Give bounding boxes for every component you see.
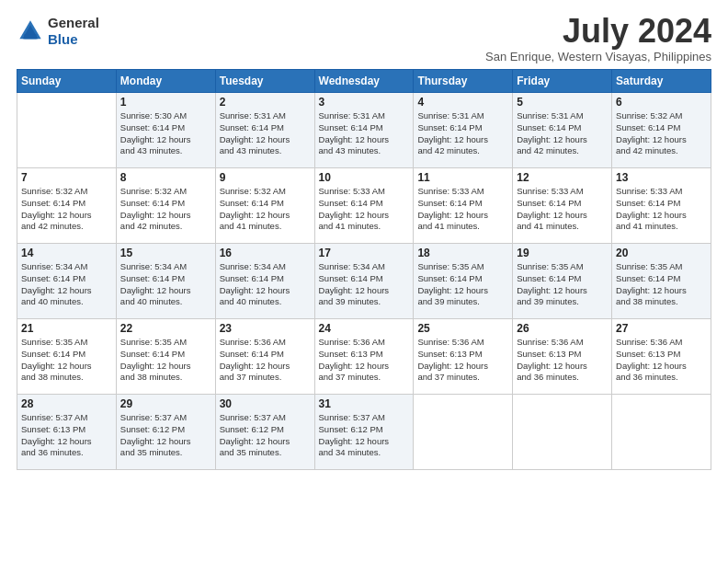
weekday-header-monday: Monday	[116, 70, 215, 93]
day-number: 23	[220, 322, 311, 335]
day-info: Sunrise: 5:35 AMSunset: 6:14 PMDaylight:…	[616, 261, 707, 308]
calendar-cell: 2Sunrise: 5:31 AMSunset: 6:14 PMDaylight…	[215, 93, 314, 168]
weekday-header-wednesday: Wednesday	[314, 70, 414, 93]
day-info: Sunrise: 5:37 AMSunset: 6:12 PMDaylight:…	[120, 412, 211, 459]
day-info: Sunrise: 5:33 AMSunset: 6:14 PMDaylight:…	[517, 186, 608, 233]
day-info: Sunrise: 5:37 AMSunset: 6:12 PMDaylight:…	[220, 412, 311, 459]
calendar-cell: 18Sunrise: 5:35 AMSunset: 6:14 PMDayligh…	[414, 244, 513, 319]
day-number: 9	[220, 171, 311, 184]
header: General Blue July 2024 San Enrique, West…	[17, 15, 711, 63]
day-number: 8	[120, 171, 211, 184]
weekday-header-thursday: Thursday	[414, 70, 513, 93]
day-number: 6	[616, 96, 707, 109]
calendar-cell: 22Sunrise: 5:35 AMSunset: 6:14 PMDayligh…	[116, 319, 215, 395]
calendar-cell: 4Sunrise: 5:31 AMSunset: 6:14 PMDaylight…	[414, 93, 513, 168]
calendar-cell: 16Sunrise: 5:34 AMSunset: 6:14 PMDayligh…	[215, 244, 314, 319]
day-number: 24	[319, 322, 410, 335]
day-info: Sunrise: 5:32 AMSunset: 6:14 PMDaylight:…	[220, 186, 311, 233]
weekday-header-tuesday: Tuesday	[215, 70, 314, 93]
day-info: Sunrise: 5:34 AMSunset: 6:14 PMDaylight:…	[21, 261, 112, 308]
day-info: Sunrise: 5:33 AMSunset: 6:14 PMDaylight:…	[319, 186, 410, 233]
day-info: Sunrise: 5:30 AMSunset: 6:14 PMDaylight:…	[120, 110, 211, 157]
weekday-header-friday: Friday	[513, 70, 612, 93]
day-number: 26	[517, 322, 608, 335]
calendar-cell	[17, 93, 117, 168]
day-info: Sunrise: 5:33 AMSunset: 6:14 PMDaylight:…	[616, 186, 707, 233]
day-number: 4	[417, 96, 508, 109]
calendar-week-row: 7Sunrise: 5:32 AMSunset: 6:14 PMDaylight…	[17, 168, 711, 244]
day-number: 16	[220, 247, 311, 259]
day-number: 28	[21, 397, 112, 410]
calendar-cell: 29Sunrise: 5:37 AMSunset: 6:12 PMDayligh…	[116, 395, 215, 470]
calendar-cell	[414, 395, 513, 470]
day-number: 15	[120, 247, 211, 259]
page: General Blue July 2024 San Enrique, West…	[0, 0, 728, 563]
calendar-cell: 12Sunrise: 5:33 AMSunset: 6:14 PMDayligh…	[513, 168, 612, 244]
calendar-week-row: 14Sunrise: 5:34 AMSunset: 6:14 PMDayligh…	[17, 244, 711, 319]
calendar-cell	[513, 395, 612, 470]
calendar-cell: 15Sunrise: 5:34 AMSunset: 6:14 PMDayligh…	[116, 244, 215, 319]
day-number: 3	[319, 96, 410, 109]
calendar-cell: 7Sunrise: 5:32 AMSunset: 6:14 PMDaylight…	[17, 168, 117, 244]
day-info: Sunrise: 5:34 AMSunset: 6:14 PMDaylight:…	[220, 261, 311, 308]
calendar-cell: 19Sunrise: 5:35 AMSunset: 6:14 PMDayligh…	[513, 244, 612, 319]
calendar-cell: 11Sunrise: 5:33 AMSunset: 6:14 PMDayligh…	[414, 168, 513, 244]
weekday-header-sunday: Sunday	[17, 70, 117, 93]
day-number: 27	[616, 322, 707, 335]
title-block: July 2024 San Enrique, Western Visayas, …	[485, 15, 711, 63]
day-number: 1	[120, 96, 211, 109]
calendar-cell: 20Sunrise: 5:35 AMSunset: 6:14 PMDayligh…	[612, 244, 711, 319]
calendar-cell: 23Sunrise: 5:36 AMSunset: 6:14 PMDayligh…	[215, 319, 314, 395]
calendar-week-row: 1Sunrise: 5:30 AMSunset: 6:14 PMDaylight…	[17, 93, 711, 168]
calendar-cell: 14Sunrise: 5:34 AMSunset: 6:14 PMDayligh…	[17, 244, 117, 319]
day-info: Sunrise: 5:35 AMSunset: 6:14 PMDaylight:…	[21, 337, 112, 384]
calendar-cell: 8Sunrise: 5:32 AMSunset: 6:14 PMDaylight…	[116, 168, 215, 244]
calendar-cell: 13Sunrise: 5:33 AMSunset: 6:14 PMDayligh…	[612, 168, 711, 244]
day-number: 29	[120, 397, 211, 410]
day-info: Sunrise: 5:32 AMSunset: 6:14 PMDaylight:…	[120, 186, 211, 233]
day-info: Sunrise: 5:32 AMSunset: 6:14 PMDaylight:…	[616, 110, 707, 157]
calendar-week-row: 21Sunrise: 5:35 AMSunset: 6:14 PMDayligh…	[17, 319, 711, 395]
day-info: Sunrise: 5:37 AMSunset: 6:12 PMDaylight:…	[319, 412, 410, 459]
day-number: 21	[21, 322, 112, 335]
calendar-cell: 3Sunrise: 5:31 AMSunset: 6:14 PMDaylight…	[314, 93, 414, 168]
day-info: Sunrise: 5:36 AMSunset: 6:13 PMDaylight:…	[417, 337, 508, 384]
day-info: Sunrise: 5:35 AMSunset: 6:14 PMDaylight:…	[517, 261, 608, 308]
calendar-cell: 1Sunrise: 5:30 AMSunset: 6:14 PMDaylight…	[116, 93, 215, 168]
calendar-cell: 31Sunrise: 5:37 AMSunset: 6:12 PMDayligh…	[314, 395, 414, 470]
day-info: Sunrise: 5:32 AMSunset: 6:14 PMDaylight:…	[21, 186, 112, 233]
day-info: Sunrise: 5:31 AMSunset: 6:14 PMDaylight:…	[417, 110, 508, 157]
month-title: July 2024	[485, 15, 711, 48]
day-number: 14	[21, 247, 112, 259]
day-info: Sunrise: 5:34 AMSunset: 6:14 PMDaylight:…	[120, 261, 211, 308]
calendar-cell: 30Sunrise: 5:37 AMSunset: 6:12 PMDayligh…	[215, 395, 314, 470]
svg-rect-2	[24, 34, 36, 39]
day-number: 7	[21, 171, 112, 184]
day-number: 5	[517, 96, 608, 109]
day-number: 11	[417, 171, 508, 184]
day-number: 13	[616, 171, 707, 184]
logo-line1: General	[48, 15, 99, 30]
logo-line2: Blue	[48, 31, 78, 47]
calendar-cell: 6Sunrise: 5:32 AMSunset: 6:14 PMDaylight…	[612, 93, 711, 168]
logo-text: General Blue	[48, 15, 99, 48]
calendar-cell: 9Sunrise: 5:32 AMSunset: 6:14 PMDaylight…	[215, 168, 314, 244]
calendar-cell: 25Sunrise: 5:36 AMSunset: 6:13 PMDayligh…	[414, 319, 513, 395]
day-number: 18	[417, 247, 508, 259]
day-info: Sunrise: 5:35 AMSunset: 6:14 PMDaylight:…	[417, 261, 508, 308]
logo: General Blue	[17, 15, 99, 48]
day-info: Sunrise: 5:31 AMSunset: 6:14 PMDaylight:…	[319, 110, 410, 157]
calendar-cell: 10Sunrise: 5:33 AMSunset: 6:14 PMDayligh…	[314, 168, 414, 244]
calendar-cell: 27Sunrise: 5:36 AMSunset: 6:13 PMDayligh…	[612, 319, 711, 395]
day-info: Sunrise: 5:36 AMSunset: 6:14 PMDaylight:…	[220, 337, 311, 384]
calendar-cell	[612, 395, 711, 470]
calendar-cell: 28Sunrise: 5:37 AMSunset: 6:13 PMDayligh…	[17, 395, 117, 470]
day-number: 17	[319, 247, 410, 259]
day-info: Sunrise: 5:34 AMSunset: 6:14 PMDaylight:…	[319, 261, 410, 308]
logo-icon	[17, 17, 44, 45]
day-number: 31	[319, 397, 410, 410]
calendar-cell: 17Sunrise: 5:34 AMSunset: 6:14 PMDayligh…	[314, 244, 414, 319]
day-number: 2	[220, 96, 311, 109]
weekday-header-row: SundayMondayTuesdayWednesdayThursdayFrid…	[17, 70, 711, 93]
day-number: 30	[220, 397, 311, 410]
